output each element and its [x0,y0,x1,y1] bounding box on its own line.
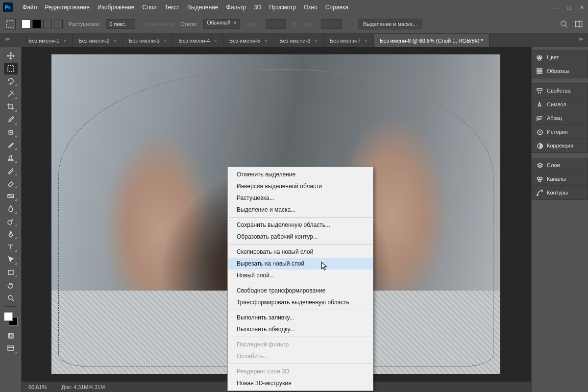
context-item[interactable]: Выполнить заливку... [228,312,373,323]
color-swatches[interactable] [4,312,18,326]
tab-active[interactable]: Без имени-8 @ 60,6% (Слой 1, RGB/8#) * [374,34,489,47]
type-tool[interactable] [4,241,18,253]
panel-слои[interactable]: Слои [532,158,588,172]
context-item[interactable]: Свободное трансформирование [228,285,373,296]
eyedropper-tool[interactable] [4,114,18,125]
tab-5[interactable]: Без имени-5× [223,34,273,47]
crop-tool[interactable] [4,101,18,113]
quick-mask-tool[interactable] [4,330,18,342]
rectangle-tool[interactable] [4,267,18,278]
panel-каналы[interactable]: Каналы [532,172,588,186]
tab-close-icon[interactable]: × [164,38,167,44]
doc-size-status[interactable]: Док: 4,31M/4,31M [61,384,105,390]
feather-input[interactable] [106,19,135,29]
panel-образцы[interactable]: Образцы [532,64,588,78]
tab-close-icon[interactable]: × [264,38,267,44]
hand-tool[interactable] [4,279,18,291]
tab-2[interactable]: Без имени-2× [73,34,122,47]
context-item[interactable]: Скопировать на новый слой [228,246,373,258]
selection-mode-icons[interactable] [22,20,63,28]
tab-close-icon[interactable]: × [214,38,217,44]
select-and-mask-button[interactable]: Выделение и маска... [358,19,422,29]
menu-редактирование[interactable]: Редактирование [41,1,94,14]
svg-rect-20 [540,72,542,74]
menu-фильтр[interactable]: Фильтр [222,1,250,14]
tab-close-icon[interactable]: × [114,38,117,44]
menu-текст[interactable]: Текст [161,1,183,14]
tabs-scroll-right-icon[interactable]: ≫ [578,36,583,42]
lasso-tool[interactable] [4,75,18,87]
tab-close-icon[interactable]: × [365,38,368,44]
tab-label: Без имени-1 [28,38,59,44]
maximize-button[interactable]: ▢ [563,2,575,12]
panel-icon [536,87,543,94]
context-item[interactable]: Новая 3D-экструзия [228,377,373,389]
panel-label: Контуры [547,190,568,196]
panel-свойства[interactable]: Свойства [532,84,588,98]
menu-слои[interactable]: Слои [139,1,161,14]
context-item[interactable]: Вырезать на новый слой [228,258,373,270]
menu-3d[interactable]: 3D [250,1,265,14]
search-icon[interactable] [560,20,568,28]
gradient-tool[interactable] [4,190,18,202]
menu-окно[interactable]: Окно [300,1,321,14]
healing-brush-tool[interactable] [4,126,18,138]
eraser-tool[interactable] [4,177,18,189]
path-selection-tool[interactable] [4,254,18,266]
pen-tool[interactable] [4,228,18,240]
tab-1[interactable]: Без имени-1× [23,34,73,47]
svg-point-8 [8,220,12,224]
menu-файл[interactable]: Файл [19,1,41,14]
style-select[interactable]: Обычный [203,19,240,29]
marquee-tool[interactable] [4,63,18,74]
context-item: Последний фильтр [228,339,373,350]
tab-4[interactable]: Без имени-4× [173,34,223,47]
tab-6[interactable]: Без имени-6× [273,34,323,47]
context-item[interactable]: Отменить выделение [228,169,373,180]
context-item[interactable]: Растушевка... [228,192,373,204]
menu-выделение[interactable]: Выделение [183,1,222,14]
options-tool-icon[interactable] [5,19,16,29]
context-item[interactable]: Образовать рабочий контур... [228,231,373,243]
context-item[interactable]: Трансформировать выделенную область [228,296,373,308]
zoom-tool[interactable] [4,292,18,304]
context-item[interactable]: Новый слой... [228,270,373,281]
move-tool[interactable] [4,50,18,62]
context-separator [229,244,372,245]
panel-icon [536,128,543,135]
context-item[interactable]: Выделение и маска... [228,204,373,216]
brush-tool[interactable] [4,139,18,151]
panel-символ[interactable]: Символ [532,98,588,111]
history-brush-tool[interactable] [4,165,18,176]
menu-изображение[interactable]: Изображение [94,1,139,14]
tab-close-icon[interactable]: × [63,38,66,44]
svg-rect-19 [537,72,539,74]
panel-коррекция[interactable]: Коррекция [532,139,588,152]
close-button[interactable]: ✕ [575,2,588,12]
svg-rect-0 [7,21,14,28]
tab-7[interactable]: Без имени-7× [324,34,374,47]
tab-3[interactable]: Без имени-3× [123,34,173,47]
dodge-tool[interactable] [4,216,18,227]
tabs-scroll-left-icon[interactable]: ≫ [5,36,10,42]
svg-rect-9 [8,270,13,274]
menu-справка[interactable]: Справка [321,1,352,14]
panel-label: Слои [547,162,560,168]
panel-абзац[interactable]: Абзац [532,111,588,125]
panel-история[interactable]: История [532,125,588,139]
workspace-switcher-icon[interactable] [574,20,583,28]
context-item[interactable]: Сохранить выделенную область... [228,219,373,231]
tab-close-icon[interactable]: × [314,38,317,44]
panel-цвет[interactable]: Цвет [532,50,588,64]
magic-wand-tool[interactable] [4,88,18,100]
blur-tool[interactable] [4,203,18,215]
minimize-button[interactable]: — [550,2,563,12]
panel-контуры[interactable]: Контуры [532,186,588,199]
context-item[interactable]: Инверсия выделенной области [228,180,373,192]
zoom-status[interactable]: 60,61% [28,384,47,390]
screen-mode-tool[interactable] [4,343,18,354]
context-item[interactable]: Выполнить обводку... [228,323,373,335]
panel-icon [536,115,543,122]
clone-stamp-tool[interactable] [4,152,18,164]
menu-просмотр[interactable]: Просмотр [265,1,300,14]
